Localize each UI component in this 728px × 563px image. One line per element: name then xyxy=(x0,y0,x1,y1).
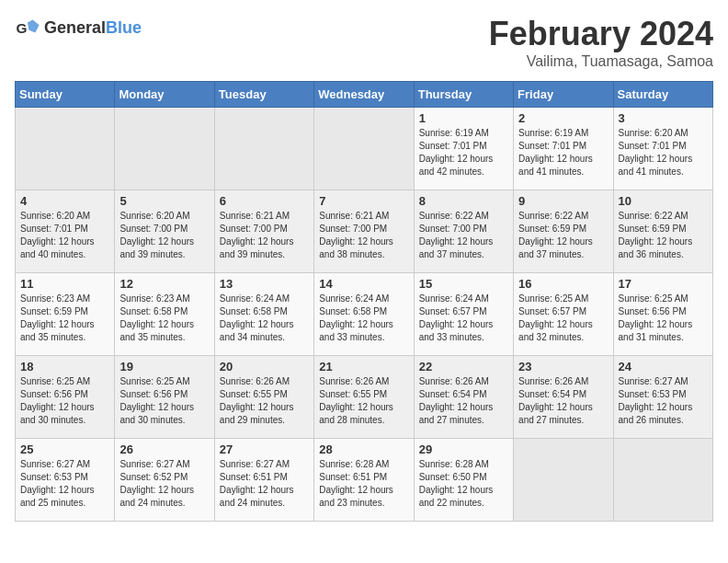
day-cell: 4Sunrise: 6:20 AM Sunset: 7:01 PM Daylig… xyxy=(16,190,115,273)
day-number: 22 xyxy=(419,360,508,373)
day-cell xyxy=(613,439,712,522)
svg-marker-1 xyxy=(28,20,40,33)
logo-icon: G xyxy=(15,15,40,40)
day-cell: 7Sunrise: 6:21 AM Sunset: 7:00 PM Daylig… xyxy=(314,190,414,273)
week-row-4: 18Sunrise: 6:25 AM Sunset: 6:56 PM Dayli… xyxy=(16,356,713,439)
day-number: 12 xyxy=(119,277,209,291)
day-number: 2 xyxy=(518,111,608,125)
day-info: Sunrise: 6:27 AM Sunset: 6:53 PM Dayligh… xyxy=(20,458,109,510)
day-info: Sunrise: 6:28 AM Sunset: 6:51 PM Dayligh… xyxy=(319,458,408,510)
day-cell: 12Sunrise: 6:23 AM Sunset: 6:58 PM Dayli… xyxy=(115,273,214,356)
day-info: Sunrise: 6:24 AM Sunset: 6:58 PM Dayligh… xyxy=(220,293,309,344)
day-info: Sunrise: 6:24 AM Sunset: 6:58 PM Dayligh… xyxy=(319,293,408,344)
day-number: 26 xyxy=(119,442,209,456)
day-number: 28 xyxy=(319,442,408,456)
day-number: 18 xyxy=(20,360,109,373)
day-number: 17 xyxy=(619,277,708,291)
weekday-header-wednesday: Wednesday xyxy=(314,82,414,108)
day-number: 25 xyxy=(20,442,109,456)
day-number: 1 xyxy=(419,111,508,125)
day-info: Sunrise: 6:27 AM Sunset: 6:53 PM Dayligh… xyxy=(619,375,708,427)
day-number: 11 xyxy=(20,277,109,291)
calendar-table: SundayMondayTuesdayWednesdayThursdayFrid… xyxy=(15,81,713,522)
day-info: Sunrise: 6:25 AM Sunset: 6:56 PM Dayligh… xyxy=(20,375,109,427)
day-cell: 17Sunrise: 6:25 AM Sunset: 6:56 PM Dayli… xyxy=(613,273,712,356)
day-cell: 21Sunrise: 6:26 AM Sunset: 6:55 PM Dayli… xyxy=(314,356,414,439)
day-number: 21 xyxy=(319,360,408,373)
day-number: 19 xyxy=(119,360,209,373)
day-number: 15 xyxy=(419,277,508,291)
logo-blue-text: Blue xyxy=(106,18,142,37)
day-cell xyxy=(214,108,313,190)
day-cell: 6Sunrise: 6:21 AM Sunset: 7:00 PM Daylig… xyxy=(214,190,313,273)
day-info: Sunrise: 6:23 AM Sunset: 6:59 PM Dayligh… xyxy=(20,293,109,344)
weekday-header-saturday: Saturday xyxy=(613,82,712,108)
day-cell xyxy=(314,108,414,190)
weekday-header-thursday: Thursday xyxy=(414,82,513,108)
day-cell: 13Sunrise: 6:24 AM Sunset: 6:58 PM Dayli… xyxy=(214,273,313,356)
day-cell: 26Sunrise: 6:27 AM Sunset: 6:52 PM Dayli… xyxy=(115,439,214,522)
day-info: Sunrise: 6:26 AM Sunset: 6:54 PM Dayligh… xyxy=(419,375,508,427)
day-info: Sunrise: 6:28 AM Sunset: 6:50 PM Dayligh… xyxy=(419,458,508,510)
day-cell: 18Sunrise: 6:25 AM Sunset: 6:56 PM Dayli… xyxy=(16,356,115,439)
day-cell: 14Sunrise: 6:24 AM Sunset: 6:58 PM Dayli… xyxy=(314,273,414,356)
day-cell: 5Sunrise: 6:20 AM Sunset: 7:00 PM Daylig… xyxy=(115,190,214,273)
day-number: 9 xyxy=(518,194,608,208)
day-info: Sunrise: 6:21 AM Sunset: 7:00 PM Dayligh… xyxy=(220,210,309,261)
day-cell: 24Sunrise: 6:27 AM Sunset: 6:53 PM Dayli… xyxy=(613,356,712,439)
day-number: 8 xyxy=(419,194,508,208)
day-cell: 15Sunrise: 6:24 AM Sunset: 6:57 PM Dayli… xyxy=(414,273,513,356)
day-info: Sunrise: 6:22 AM Sunset: 7:00 PM Dayligh… xyxy=(419,210,508,261)
day-info: Sunrise: 6:26 AM Sunset: 6:55 PM Dayligh… xyxy=(319,375,408,427)
week-row-1: 1Sunrise: 6:19 AM Sunset: 7:01 PM Daylig… xyxy=(16,108,713,190)
logo-general-text: General xyxy=(44,18,106,37)
day-number: 5 xyxy=(119,194,209,208)
svg-text:G: G xyxy=(16,20,27,36)
day-cell xyxy=(115,108,214,190)
day-info: Sunrise: 6:27 AM Sunset: 6:51 PM Dayligh… xyxy=(220,458,309,510)
week-row-2: 4Sunrise: 6:20 AM Sunset: 7:01 PM Daylig… xyxy=(16,190,713,273)
day-info: Sunrise: 6:22 AM Sunset: 6:59 PM Dayligh… xyxy=(619,210,708,261)
day-cell: 25Sunrise: 6:27 AM Sunset: 6:53 PM Dayli… xyxy=(16,439,115,522)
day-cell: 10Sunrise: 6:22 AM Sunset: 6:59 PM Dayli… xyxy=(613,190,712,273)
day-info: Sunrise: 6:27 AM Sunset: 6:52 PM Dayligh… xyxy=(119,458,209,510)
day-info: Sunrise: 6:25 AM Sunset: 6:56 PM Dayligh… xyxy=(119,375,209,427)
day-info: Sunrise: 6:24 AM Sunset: 6:57 PM Dayligh… xyxy=(419,293,508,344)
week-row-3: 11Sunrise: 6:23 AM Sunset: 6:59 PM Dayli… xyxy=(16,273,713,356)
day-cell: 1Sunrise: 6:19 AM Sunset: 7:01 PM Daylig… xyxy=(414,108,513,190)
day-cell: 23Sunrise: 6:26 AM Sunset: 6:54 PM Dayli… xyxy=(514,356,613,439)
day-number: 4 xyxy=(20,194,109,208)
day-cell: 2Sunrise: 6:19 AM Sunset: 7:01 PM Daylig… xyxy=(514,108,613,190)
day-number: 13 xyxy=(220,277,309,291)
day-info: Sunrise: 6:21 AM Sunset: 7:00 PM Dayligh… xyxy=(319,210,408,261)
day-cell: 8Sunrise: 6:22 AM Sunset: 7:00 PM Daylig… xyxy=(414,190,513,273)
day-info: Sunrise: 6:25 AM Sunset: 6:56 PM Dayligh… xyxy=(619,293,708,344)
day-info: Sunrise: 6:22 AM Sunset: 6:59 PM Dayligh… xyxy=(518,210,608,261)
day-info: Sunrise: 6:19 AM Sunset: 7:01 PM Dayligh… xyxy=(518,127,608,178)
day-info: Sunrise: 6:20 AM Sunset: 7:00 PM Dayligh… xyxy=(119,210,209,261)
day-cell: 11Sunrise: 6:23 AM Sunset: 6:59 PM Dayli… xyxy=(16,273,115,356)
month-title: February 2024 xyxy=(489,15,713,53)
day-number: 10 xyxy=(619,194,708,208)
day-info: Sunrise: 6:20 AM Sunset: 7:01 PM Dayligh… xyxy=(619,127,708,178)
day-cell: 16Sunrise: 6:25 AM Sunset: 6:57 PM Dayli… xyxy=(514,273,613,356)
day-number: 29 xyxy=(419,442,508,456)
day-cell: 20Sunrise: 6:26 AM Sunset: 6:55 PM Dayli… xyxy=(214,356,313,439)
day-cell: 3Sunrise: 6:20 AM Sunset: 7:01 PM Daylig… xyxy=(613,108,712,190)
day-info: Sunrise: 6:26 AM Sunset: 6:54 PM Dayligh… xyxy=(518,375,608,427)
day-cell: 22Sunrise: 6:26 AM Sunset: 6:54 PM Dayli… xyxy=(414,356,513,439)
day-info: Sunrise: 6:19 AM Sunset: 7:01 PM Dayligh… xyxy=(419,127,508,178)
weekday-header-tuesday: Tuesday xyxy=(214,82,313,108)
day-cell: 19Sunrise: 6:25 AM Sunset: 6:56 PM Dayli… xyxy=(115,356,214,439)
day-number: 27 xyxy=(220,442,309,456)
title-area: February 2024 Vailima, Tuamasaga, Samoa xyxy=(489,15,713,70)
day-number: 16 xyxy=(518,277,608,291)
day-info: Sunrise: 6:25 AM Sunset: 6:57 PM Dayligh… xyxy=(518,293,608,344)
day-number: 24 xyxy=(619,360,708,373)
weekday-header-monday: Monday xyxy=(115,82,214,108)
day-info: Sunrise: 6:26 AM Sunset: 6:55 PM Dayligh… xyxy=(220,375,309,427)
logo: G GeneralBlue xyxy=(15,15,142,40)
day-cell: 29Sunrise: 6:28 AM Sunset: 6:50 PM Dayli… xyxy=(414,439,513,522)
day-cell: 28Sunrise: 6:28 AM Sunset: 6:51 PM Dayli… xyxy=(314,439,414,522)
day-number: 14 xyxy=(319,277,408,291)
